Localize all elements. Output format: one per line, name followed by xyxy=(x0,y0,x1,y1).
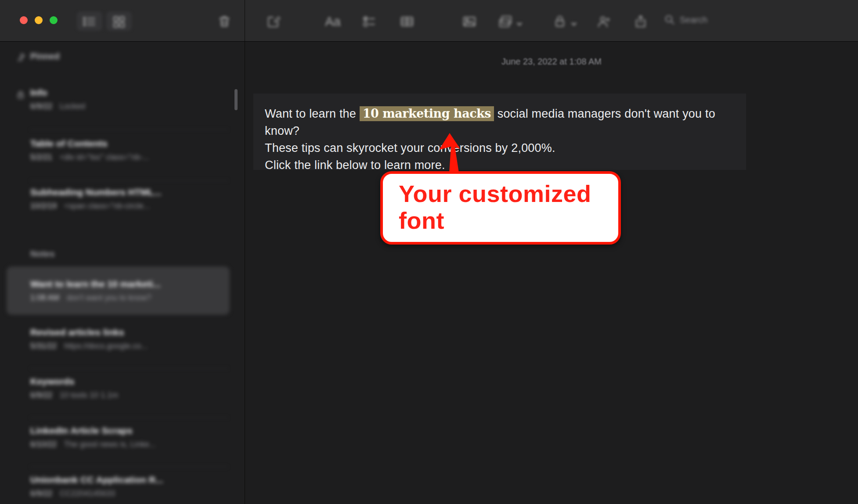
callout-line-1: Your customized xyxy=(399,180,618,207)
annotation-callout: Your customized font xyxy=(380,171,621,245)
pin-icon xyxy=(16,52,25,62)
list-item-info[interactable]: Info 6/9/22 Locked xyxy=(30,87,230,111)
toolbar: Aa xyxy=(0,0,858,42)
sidebar-divider xyxy=(245,0,245,504)
note-preview: 10 tools 10 1.1m xyxy=(60,391,118,400)
note-date: 1:08 AM xyxy=(30,293,59,302)
lock-chevron-down-icon[interactable] xyxy=(571,20,577,25)
list-item-subheading[interactable]: Subheading Numbers HTML... 10/2/19 <span… xyxy=(30,187,230,211)
note-editor[interactable]: June 23, 2022 at 1:08 AM Want to learn t… xyxy=(245,42,858,504)
list-item-revised-links[interactable]: Revised articles links 5/31/22 https://d… xyxy=(30,327,230,351)
note-preview: don't want you to know? xyxy=(67,293,151,302)
gallery-view-icon[interactable] xyxy=(111,13,127,30)
divider xyxy=(30,180,228,181)
list-item-linkedin-scraps[interactable]: LinkedIn Article Scraps 6/10/22 The good… xyxy=(30,425,230,449)
note-title: Want to learn the 10 marketi... xyxy=(30,279,230,289)
note-preview: The good news is, Linke... xyxy=(64,440,156,449)
share-icon[interactable] xyxy=(632,13,649,30)
sidebar-content: Pinned Info 6/9/22 Locked Table of Conte… xyxy=(0,42,245,504)
note-title: LinkedIn Article Scraps xyxy=(30,425,230,436)
collaborate-icon[interactable] xyxy=(595,13,612,30)
compose-icon[interactable] xyxy=(265,13,282,30)
notes-section-header: Notes xyxy=(30,249,55,259)
note-body[interactable]: Want to learn the 10 marketing hacks soc… xyxy=(253,94,746,170)
media-chevron-down-icon[interactable] xyxy=(516,20,523,25)
pinned-section-header: Pinned xyxy=(30,51,60,61)
note-date: 6/9/22 xyxy=(30,102,52,111)
note-line-1: Want to learn the 10 marketing hacks soc… xyxy=(265,105,735,140)
note-subline: 6/9/22 Locked xyxy=(30,102,230,111)
notes-sidebar: Pinned Info 6/9/22 Locked Table of Conte… xyxy=(0,42,245,504)
search-input[interactable] xyxy=(680,15,811,25)
note-preview: CC2204145633 xyxy=(60,489,115,498)
note-subline: 10/2/19 <span class="nb-circle... xyxy=(30,202,230,211)
note-subline: 6/9/22 10 tools 10 1.1m xyxy=(30,391,230,400)
callout-text: Your customized font xyxy=(383,174,618,234)
lock-icon[interactable] xyxy=(552,13,568,30)
toolbar-icons: Aa xyxy=(0,0,858,41)
photo-icon[interactable] xyxy=(461,13,478,30)
list-item-selected-note[interactable]: Want to learn the 10 marketi... 1:08 AM … xyxy=(30,279,230,302)
note-date: 10/2/19 xyxy=(30,202,57,210)
note-subline: 6/10/22 The good news is, Linke... xyxy=(30,440,230,449)
callout-line-2: font xyxy=(399,207,618,234)
list-item-keywords[interactable]: Keywords 6/9/22 10 tools 10 1.1m xyxy=(30,376,230,400)
note-title: Revised articles links xyxy=(30,327,230,338)
trash-icon[interactable] xyxy=(216,13,233,30)
note-date: 6/9/22 xyxy=(30,489,52,498)
notes-app-window: Aa xyxy=(0,0,858,504)
note-preview: Locked xyxy=(60,102,85,111)
note-date: 6/10/22 xyxy=(30,440,57,449)
search-icon xyxy=(664,14,675,25)
note-preview: <div id="toc" class="nb-... xyxy=(60,153,149,162)
note-subline: 1:08 AM don't want you to know? xyxy=(30,293,230,302)
search-field[interactable] xyxy=(664,14,811,25)
divider xyxy=(30,130,228,130)
small-lock-icon xyxy=(16,90,25,100)
note-title: Table of Contents xyxy=(30,138,230,149)
note-date: 5/2/21 xyxy=(30,153,52,162)
highlighted-custom-font-text: 10 marketing hacks xyxy=(360,106,494,121)
divider xyxy=(30,467,228,467)
checklist-icon[interactable] xyxy=(361,13,378,30)
note-text-pre: Want to learn the xyxy=(265,107,360,120)
media-icon[interactable] xyxy=(497,13,514,30)
list-view-icon[interactable] xyxy=(81,13,98,30)
note-title: Subheading Numbers HTML... xyxy=(30,187,230,198)
table-icon[interactable] xyxy=(399,13,415,30)
note-date: 6/9/22 xyxy=(30,391,52,400)
note-subline: 5/2/21 <div id="toc" class="nb-... xyxy=(30,153,230,162)
note-title: Keywords xyxy=(30,376,230,387)
divider xyxy=(30,418,228,418)
note-title: Info xyxy=(30,87,230,98)
list-item-toc[interactable]: Table of Contents 5/2/21 <div id="toc" c… xyxy=(30,138,230,162)
note-preview: https://docs.google.co... xyxy=(64,342,148,350)
note-date-header: June 23, 2022 at 1:08 AM xyxy=(245,57,858,67)
note-title: Unionbank CC Application R... xyxy=(30,475,230,485)
sidebar-scrollbar[interactable] xyxy=(234,89,238,110)
note-preview: <span class="nb-circle... xyxy=(64,202,150,210)
note-line-2: These tips can skyrocket your conversion… xyxy=(265,140,735,157)
format-icon[interactable]: Aa xyxy=(322,13,343,30)
divider xyxy=(30,368,228,369)
note-subline: 6/9/22 CC2204145633 xyxy=(30,489,230,498)
list-item-unionbank[interactable]: Unionbank CC Application R... 6/9/22 CC2… xyxy=(30,475,230,498)
format-label: Aa xyxy=(325,14,340,29)
note-date: 5/31/22 xyxy=(30,342,57,350)
note-subline: 5/31/22 https://docs.google.co... xyxy=(30,342,230,351)
